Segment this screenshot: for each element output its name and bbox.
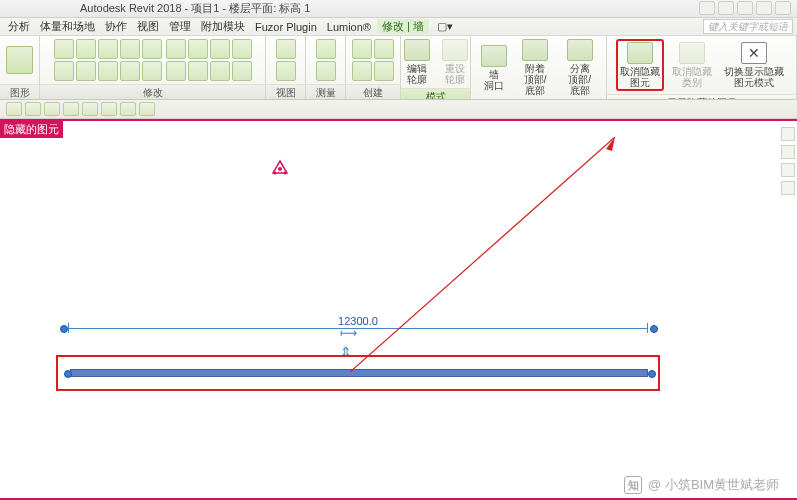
panel-mode: 模式 [401,88,470,100]
menu-fuzor[interactable]: Fuzor Plugin [251,21,321,33]
nav-icon[interactable] [781,163,795,177]
tool-icon[interactable] [54,39,74,59]
dim-witness-handle[interactable] [650,325,658,333]
graphics-icon[interactable] [6,46,33,74]
qat-icon[interactable] [63,102,79,116]
hidden-elements-label: 隐藏的图元 [0,121,63,138]
menu-modify-wall[interactable]: 修改 | 墙 [377,19,429,34]
app-title: Autodesk Revit 2018 - 项目1 - 楼层平面: 标高 1 [80,1,310,16]
tool-icon[interactable] [76,39,96,59]
reset-profile-icon [442,39,468,61]
dim-tick [68,323,69,333]
edit-profile-button[interactable]: 编辑 轮廓 [400,39,434,85]
menu-manage[interactable]: 管理 [165,19,195,34]
tool-icon[interactable] [142,61,162,81]
view-icon[interactable] [276,39,296,59]
qat-icon[interactable] [25,102,41,116]
measure-icon[interactable] [316,61,336,81]
title-bar: Autodesk Revit 2018 - 项目1 - 楼层平面: 标高 1 [0,0,797,18]
tool-icon[interactable] [76,61,96,81]
qat-icon[interactable] [120,102,136,116]
create-icon[interactable] [352,61,372,81]
menu-lumion[interactable]: Lumion® [323,21,375,33]
qat-icon[interactable] [101,102,117,116]
wall-end-handle[interactable] [64,370,72,378]
titlebar-icon[interactable] [718,1,734,15]
unhide-category-button: 取消隐藏 类别 [668,42,716,88]
view-icon[interactable] [276,61,296,81]
wall-opening-button[interactable]: 墙 洞口 [477,45,511,91]
nav-icon[interactable] [781,127,795,141]
detach-icon [567,39,593,61]
wall-opening-icon [481,45,507,67]
titlebar-icon[interactable] [699,1,715,15]
create-icon[interactable] [374,39,394,59]
nav-icon[interactable] [781,181,795,195]
titlebar-icon[interactable] [737,1,753,15]
create-icon[interactable] [374,61,394,81]
dim-witness-handle[interactable] [60,325,68,333]
svg-marker-5 [606,137,615,151]
temp-dim-icon[interactable]: ⟼ [340,326,357,340]
zhihu-icon: 知 [624,476,642,494]
panel-create: 创建 [346,84,400,99]
menu-expand-icon[interactable]: ▢▾ [431,20,459,33]
tool-icon[interactable] [210,61,230,81]
wall-element[interactable] [70,369,648,377]
wall-end-handle[interactable] [648,370,656,378]
drawing-canvas[interactable]: 隐藏的图元 12300.0 ⟼ ⇕ 知 @ 小筑BIM黄世斌老师 [0,119,797,500]
menu-massing[interactable]: 体量和场地 [36,19,99,34]
qat-icon[interactable] [139,102,155,116]
quick-access-toolbar [0,100,797,119]
qat-icon[interactable] [82,102,98,116]
titlebar-icon[interactable] [756,1,772,15]
edit-profile-icon [404,39,430,61]
menu-view[interactable]: 视图 [133,19,163,34]
tool-icon[interactable] [120,61,140,81]
dim-line-graphic [68,328,648,329]
toggle-hidden-button[interactable]: ✕切换显示隐藏 图元模式 [720,42,788,88]
annotation-arrow [350,137,630,377]
tool-icon[interactable] [232,39,252,59]
unhide-element-button[interactable]: 取消隐藏 图元 [616,39,664,91]
detach-top-button[interactable]: 分离 顶部/底部 [560,39,601,96]
svg-point-2 [274,172,277,175]
unhide-elem-icon [627,42,653,64]
attach-top-button[interactable]: 附着 顶部/底部 [515,39,556,96]
tool-icon[interactable] [142,39,162,59]
tool-icon[interactable] [232,61,252,81]
modify-tools [54,39,162,81]
watermark-text: @ 小筑BIM黄世斌老师 [648,476,779,494]
close-icon: ✕ [741,42,767,64]
nav-icon[interactable] [781,145,795,159]
unhide-cat-icon [679,42,705,64]
svg-point-3 [284,172,287,175]
measure-icon[interactable] [316,39,336,59]
tool-icon[interactable] [166,39,186,59]
tool-icon[interactable] [98,61,118,81]
qat-icon[interactable] [6,102,22,116]
tool-icon[interactable] [210,39,230,59]
menu-collab[interactable]: 协作 [101,19,131,34]
tool-icon[interactable] [54,61,74,81]
create-icon[interactable] [352,39,372,59]
tool-icon[interactable] [188,39,208,59]
search-input[interactable]: 键入关键字或短语 [703,19,793,34]
tool-icon[interactable] [188,61,208,81]
menu-addins[interactable]: 附加模块 [197,19,249,34]
panel-measure: 测量 [306,84,345,99]
tool-icon[interactable] [120,39,140,59]
modify-tools2 [166,39,252,81]
panel-graphics: 图形 [0,84,39,99]
dimension-line[interactable]: 12300.0 [68,319,648,337]
tool-icon[interactable] [166,61,186,81]
tool-icon[interactable] [98,39,118,59]
svg-point-1 [278,167,282,171]
titlebar-icon[interactable] [775,1,791,15]
survey-point-icon[interactable] [270,159,290,179]
navigation-bar [781,127,795,195]
menu-analyze[interactable]: 分析 [4,19,34,34]
attach-icon [522,39,548,61]
qat-icon[interactable] [44,102,60,116]
hidden-border-top [0,119,797,121]
